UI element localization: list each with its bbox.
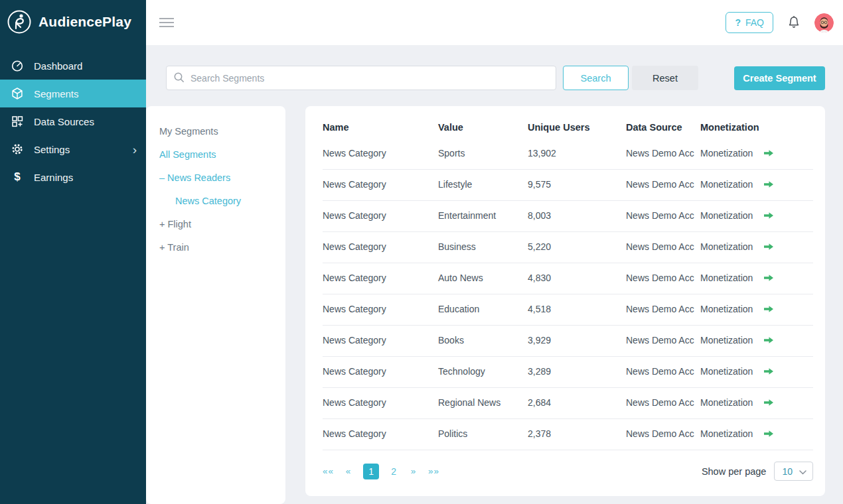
monetization-label: Monetization	[700, 210, 753, 222]
pagination-page-2[interactable]: 2	[388, 466, 399, 477]
cell-value: Technology	[438, 356, 528, 387]
cell-value: Entertainment	[438, 200, 528, 231]
table-row[interactable]: News Category Auto News 4,830 News Demo …	[323, 263, 813, 294]
tree-item-my-segments[interactable]: My Segments	[159, 126, 279, 137]
tree-item-news-readers[interactable]: – News Readers	[159, 172, 279, 183]
monetization-arrow-icon[interactable]	[763, 399, 774, 407]
audienceplay-logo-icon	[7, 9, 32, 34]
cell-name: News Category	[323, 231, 438, 263]
tree-item-all-segments[interactable]: All Segments	[159, 149, 279, 160]
search-input[interactable]	[166, 66, 556, 90]
cell-value: Auto News	[438, 263, 528, 294]
monetization-label: Monetization	[700, 428, 753, 440]
table-row[interactable]: News Category Lifestyle 9,575 News Demo …	[323, 169, 813, 200]
sidebar-item-label: Settings	[34, 144, 123, 155]
table-row[interactable]: News Category Sports 13,902 News Demo Ac…	[323, 138, 813, 169]
reset-button[interactable]: Reset	[632, 66, 698, 90]
tree-item-flight[interactable]: + Flight	[159, 219, 279, 229]
table-row[interactable]: News Category Politics 2,378 News Demo A…	[323, 418, 813, 450]
cell-data-source: News Demo Acc	[626, 418, 700, 450]
column-header-monetization: Monetization	[700, 109, 813, 138]
table-row[interactable]: News Category Business 5,220 News Demo A…	[323, 231, 813, 263]
sidebar-item-segments[interactable]: Segments	[0, 80, 146, 107]
cell-data-source: News Demo Acc	[626, 325, 700, 356]
cell-unique-users: 4,518	[528, 294, 626, 325]
faq-button[interactable]: ? FAQ	[726, 12, 773, 33]
cell-value: Sports	[438, 138, 528, 169]
monetization-label: Monetization	[700, 241, 753, 253]
cell-name: News Category	[323, 200, 438, 231]
pagination-last-button[interactable]: »»	[428, 466, 439, 476]
create-segment-button[interactable]: Create Segment	[734, 66, 825, 90]
filter-bar: Search Reset Create Segment	[166, 66, 825, 90]
monetization-arrow-icon[interactable]	[763, 149, 774, 157]
hamburger-menu-icon[interactable]	[159, 15, 174, 30]
per-page-value: 10	[782, 466, 793, 477]
segments-table: Name Value Unique Users Data Source Mone…	[323, 109, 813, 450]
column-header-unique-users: Unique Users	[528, 109, 626, 138]
cell-name: News Category	[323, 356, 438, 387]
monetization-arrow-icon[interactable]	[763, 212, 774, 220]
tree-item-news-category[interactable]: News Category	[159, 196, 279, 206]
sidebar-item-dashboard[interactable]: Dashboard	[0, 52, 146, 80]
table-row[interactable]: News Category Regional News 2,684 News D…	[323, 387, 813, 418]
monetization-arrow-icon[interactable]	[763, 274, 774, 282]
column-header-data-source: Data Source	[626, 109, 700, 138]
pagination-prev-button[interactable]: «	[343, 466, 354, 476]
cell-value: Lifestyle	[438, 169, 528, 200]
per-page-select[interactable]: 10	[774, 462, 813, 481]
monetization-arrow-icon[interactable]	[763, 336, 774, 344]
cell-name: News Category	[323, 294, 438, 325]
monetization-arrow-icon[interactable]	[763, 367, 774, 375]
search-icon	[173, 72, 185, 86]
cell-name: News Category	[323, 387, 438, 418]
sidebar-item-data-sources[interactable]: Data Sources	[0, 107, 146, 135]
table-row[interactable]: News Category Technology 3,289 News Demo…	[323, 356, 813, 387]
cell-name: News Category	[323, 263, 438, 294]
table-row[interactable]: News Category Education 4,518 News Demo …	[323, 294, 813, 325]
brand-name: AudiencePlay	[38, 14, 131, 30]
sidebar-item-settings[interactable]: Settings ›	[0, 135, 146, 163]
cell-data-source: News Demo Acc	[626, 263, 700, 294]
earnings-dollar-icon: $	[10, 170, 25, 184]
pagination-next-button[interactable]: »	[408, 466, 419, 476]
cell-value: Books	[438, 325, 528, 356]
user-avatar[interactable]	[814, 13, 834, 32]
pagination-first-button[interactable]: ««	[323, 466, 334, 476]
monetization-arrow-icon[interactable]	[763, 243, 774, 251]
monetization-label: Monetization	[700, 334, 753, 347]
brand[interactable]: AudiencePlay	[0, 0, 146, 44]
monetization-label: Monetization	[700, 303, 753, 316]
question-mark-icon: ?	[735, 17, 741, 28]
monetization-arrow-icon[interactable]	[763, 180, 774, 188]
cell-name: News Category	[323, 138, 438, 169]
dashboard-gauge-icon	[10, 59, 25, 72]
table-row[interactable]: News Category Books 3,929 News Demo Acc …	[323, 325, 813, 356]
cell-value: Education	[438, 294, 528, 325]
show-per-page-label: Show per page	[702, 466, 767, 477]
cell-name: News Category	[323, 418, 438, 450]
tree-item-train[interactable]: + Train	[159, 242, 279, 253]
monetization-label: Monetization	[700, 365, 753, 378]
cell-value: Politics	[438, 418, 528, 450]
sidebar-item-earnings[interactable]: $ Earnings	[0, 163, 146, 191]
cell-data-source: News Demo Acc	[626, 200, 700, 231]
cell-unique-users: 3,929	[528, 325, 626, 356]
monetization-label: Monetization	[700, 397, 753, 409]
cell-value: Regional News	[438, 387, 528, 418]
chevron-right-icon: ›	[133, 143, 137, 156]
table-row[interactable]: News Category Entertainment 8,003 News D…	[323, 200, 813, 231]
notification-bell-icon[interactable]	[787, 15, 801, 31]
cell-name: News Category	[323, 325, 438, 356]
cell-data-source: News Demo Acc	[626, 231, 700, 263]
cell-data-source: News Demo Acc	[626, 294, 700, 325]
cell-unique-users: 8,003	[528, 200, 626, 231]
monetization-label: Monetization	[700, 272, 753, 284]
monetization-arrow-icon[interactable]	[763, 430, 774, 438]
data-sources-grid-icon	[10, 115, 25, 128]
sidebar-menu: Dashboard Segments Data Sources	[0, 52, 146, 191]
monetization-arrow-icon[interactable]	[763, 305, 774, 313]
search-button[interactable]: Search	[563, 66, 629, 90]
pagination-page-1[interactable]: 1	[363, 464, 379, 479]
cell-unique-users: 2,684	[528, 387, 626, 418]
